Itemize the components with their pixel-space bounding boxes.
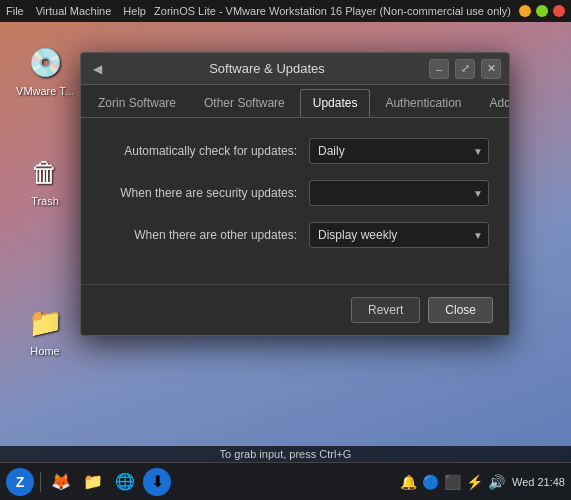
volume-icon[interactable]: 🔊 [488,473,506,491]
vmware-label: VMware T... [16,85,74,97]
security-updates-control: Display immediately Download automatical… [309,180,489,206]
home-label: Home [30,345,59,357]
power-icon[interactable]: ⚡ [466,473,484,491]
screen-icon[interactable]: ⬛ [444,473,462,491]
dialog-tabs: Zorin Software Other Software Updates Au… [81,85,509,118]
trash-label: Trash [31,195,59,207]
tab-zorin-software[interactable]: Zorin Software [85,89,189,117]
bluetooth-icon[interactable]: 🔵 [422,473,440,491]
other-updates-control: Display weekly Display immediately Downl… [309,222,489,248]
dialog-title: Software & Updates [105,61,429,76]
tab-updates[interactable]: Updates [300,89,371,117]
menu-file[interactable]: File [6,5,24,17]
tab-other-software[interactable]: Other Software [191,89,298,117]
desktop-icon-home[interactable]: 📁 Home [10,302,80,357]
menu-vm[interactable]: Virtual Machine [36,5,112,17]
dialog-maximize-button[interactable]: ⤢ [455,59,475,79]
home-icon: 📁 [25,302,65,342]
desktop-area: 💿 VMware T... 🗑 Trash 📁 Home ◀ Software … [0,22,571,452]
trash-icon: 🗑 [25,152,65,192]
dialog-titlebar: ◀ Software & Updates – ⤢ ✕ [81,53,509,85]
software-updates-dialog: ◀ Software & Updates – ⤢ ✕ Zorin Softwar… [80,52,510,336]
dialog-close-btn[interactable]: Close [428,297,493,323]
tab-additional-drivers[interactable]: Additional Drivers [477,89,511,117]
desktop-icon-trash[interactable]: 🗑 Trash [10,152,80,207]
taskbar-download-icon[interactable]: ⬇ [143,468,171,496]
close-button[interactable] [553,5,565,17]
desktop: File Virtual Machine Help ZorinOS Lite -… [0,0,571,500]
taskbar: Z 🦊 📁 🌐 ⬇ 🔔 🔵 ⬛ ⚡ 🔊 Wed 21:48 [0,462,571,500]
desktop-icon-vmware[interactable]: 💿 VMware T... [10,42,80,97]
vmware-icon: 💿 [25,42,65,82]
menu-bar: File Virtual Machine Help [6,5,146,17]
dialog-close-button[interactable]: ✕ [481,59,501,79]
taskbar-firefox-icon[interactable]: 🦊 [47,468,75,496]
window-controls [519,5,565,17]
hint-bar: To grab input, press Ctrl+G [0,446,571,462]
security-updates-select[interactable]: Display immediately Download automatical… [309,180,489,206]
other-updates-select[interactable]: Display weekly Display immediately Downl… [309,222,489,248]
taskbar-separator [40,472,41,492]
revert-button[interactable]: Revert [351,297,420,323]
clock: Wed 21:48 [512,476,565,488]
dialog-back-icon[interactable]: ◀ [89,61,105,77]
auto-check-row: Automatically check for updates: Daily N… [101,138,489,164]
zorin-menu-button[interactable]: Z [6,468,34,496]
taskbar-files-icon[interactable]: 📁 [79,468,107,496]
dialog-footer: Revert Close [81,284,509,335]
window-title: ZorinOS Lite - VMware Workstation 16 Pla… [146,5,519,17]
auto-check-label: Automatically check for updates: [101,144,309,158]
auto-check-select[interactable]: Daily Never Every two days Weekly [309,138,489,164]
menu-help[interactable]: Help [123,5,146,17]
auto-check-control: Daily Never Every two days Weekly ▼ [309,138,489,164]
minimize-button[interactable] [519,5,531,17]
taskbar-left: Z 🦊 📁 🌐 ⬇ [6,468,400,496]
security-updates-label: When there are security updates: [101,186,309,200]
other-updates-row: When there are other updates: Display we… [101,222,489,248]
security-updates-row: When there are security updates: Display… [101,180,489,206]
tray-icons: 🔔 🔵 ⬛ ⚡ 🔊 [400,473,506,491]
tab-authentication[interactable]: Authentication [372,89,474,117]
taskbar-browser-icon[interactable]: 🌐 [111,468,139,496]
other-updates-label: When there are other updates: [101,228,309,242]
dialog-minimize-button[interactable]: – [429,59,449,79]
notifications-icon[interactable]: 🔔 [400,473,418,491]
vmware-top-bar: File Virtual Machine Help ZorinOS Lite -… [0,0,571,22]
maximize-button[interactable] [536,5,548,17]
dialog-window-controls: – ⤢ ✕ [429,59,501,79]
dialog-body: Automatically check for updates: Daily N… [81,118,509,284]
taskbar-right: 🔔 🔵 ⬛ ⚡ 🔊 Wed 21:48 [400,473,565,491]
